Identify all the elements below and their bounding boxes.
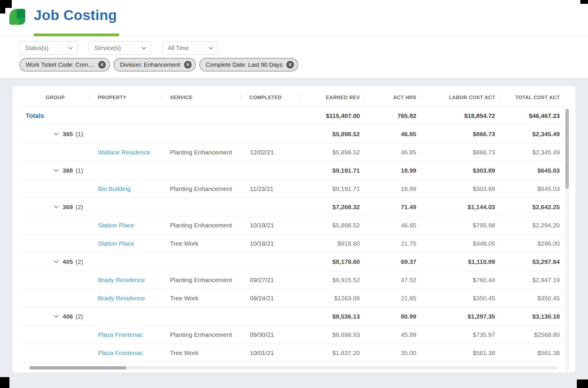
chevron-down-icon: [142, 45, 146, 49]
earned-rev-cell: $6,915.52: [301, 271, 364, 289]
empty-cell: [21, 143, 89, 161]
service-cell: Planting Enhancement: [161, 271, 240, 289]
act-hrs-cell: 18.99: [364, 180, 420, 198]
empty-cell: [240, 161, 301, 180]
total-cost-act-cell: $2,294.20: [499, 216, 564, 234]
filter-chip-division[interactable]: Division: Enhancement ✕: [113, 58, 196, 71]
labor-cost-act-cell: $866.73: [420, 143, 499, 161]
service-cell: Planting Enhancement: [161, 326, 240, 344]
vertical-scrollbar-thumb[interactable]: [565, 109, 569, 189]
chevron-down-icon: [54, 203, 59, 208]
property-link[interactable]: Plaza Frontenac: [98, 349, 143, 356]
service-cell: Tree Work: [161, 234, 240, 253]
service-cell: Planting Enhancement: [161, 180, 240, 198]
col-header-service[interactable]: SERVICE: [161, 87, 240, 107]
empty-cell: [89, 253, 161, 271]
horizontal-scrollbar-thumb[interactable]: [29, 366, 126, 369]
property-link[interactable]: Station Place: [98, 222, 134, 229]
total-cost-act-cell: $3,130.18: [499, 307, 564, 326]
service-cell: Planting Enhancement: [161, 143, 240, 161]
totals-earned-rev: $115,407.00: [301, 107, 364, 125]
empty-cell: [240, 107, 301, 125]
earned-rev-cell: $9,191.71: [301, 180, 364, 198]
chip-row: Work Ticket Code: Com.... ✕ Division: En…: [19, 58, 588, 71]
group-id: 406: [63, 313, 73, 320]
col-header-labor-cost-act[interactable]: LABOR COST ACT: [420, 87, 499, 107]
labor-cost-act-cell: $760.44: [420, 271, 499, 289]
filter-chip-label: Work Ticket Code: Com....: [26, 61, 94, 68]
total-cost-act-cell: $2,345.49: [499, 143, 564, 161]
filter-chip-label: Division: Enhancement: [120, 61, 180, 68]
group-row: 406(2)$8,536.1380.99$1,297.35$3,130.18: [21, 307, 564, 326]
app-header: Job Costing: [0, 0, 588, 37]
group-id: 365: [63, 131, 73, 138]
total-cost-act-cell: $645.03: [499, 161, 564, 180]
group-count: (1): [76, 167, 83, 174]
time-filter-dropdown[interactable]: All Time: [162, 41, 218, 55]
job-costing-table: GROUP PROPERTY SERVICE COMPLETED EARNED …: [21, 87, 564, 362]
group-toggle[interactable]: 368(1): [21, 167, 89, 174]
act-hrs-cell: 45.99: [364, 326, 420, 344]
chevron-down-icon: [54, 167, 59, 172]
group-row: 368(1)$9,191.7118.99$303.89$645.03: [21, 161, 564, 180]
col-header-act-hrs[interactable]: ACT HRS: [364, 87, 420, 107]
table-body: Totals $115,407.00 765.82 $18,854.72 $46…: [21, 107, 564, 362]
group-row: 405(2)$8,178.6069.37$1,110.89$3,297.64: [21, 253, 564, 271]
total-cost-act-cell: $645.03: [499, 180, 564, 198]
total-cost-act-cell: $2568.80: [499, 326, 564, 344]
property-link[interactable]: Station Place: [98, 240, 134, 247]
empty-cell: [21, 326, 89, 344]
earned-rev-cell: $7,268.32: [301, 198, 364, 216]
col-header-total-cost-act[interactable]: TOTAL COST ACT: [499, 87, 564, 107]
act-hrs-cell: 71.49: [364, 198, 420, 216]
vertical-scrollbar[interactable]: [565, 109, 569, 371]
group-toggle[interactable]: 405(2): [21, 258, 89, 265]
property-link[interactable]: Brady Residence: [98, 295, 145, 302]
act-hrs-cell: 69.37: [364, 253, 420, 271]
group-toggle[interactable]: 365(1): [21, 131, 89, 138]
property-link[interactable]: Bio Building: [98, 185, 131, 192]
table-row: Plaza FrontenacPlanting Enhancement09/30…: [21, 326, 564, 344]
remove-filter-icon[interactable]: ✕: [98, 61, 106, 69]
empty-cell: [21, 344, 89, 362]
property-link[interactable]: Plaza Frontenac: [98, 331, 143, 338]
earned-rev-cell: $9,191.71: [301, 161, 364, 180]
property-link[interactable]: Brady Residence: [98, 277, 145, 283]
filter-chip-work-ticket-code[interactable]: Work Ticket Code: Com.... ✕: [19, 58, 110, 71]
filter-bar: Status(s) Service(s) All Time Work Ticke…: [0, 37, 588, 78]
totals-label: Totals: [21, 107, 89, 125]
empty-cell: [240, 125, 301, 143]
table-row: Plaza FrontenacTree Work10/01/21$1,837.2…: [21, 344, 564, 362]
totals-row: Totals $115,407.00 765.82 $18,854.72 $46…: [21, 107, 564, 125]
service-filter-dropdown[interactable]: Service(s): [89, 41, 151, 55]
completed-cell: 09/30/21: [240, 326, 301, 344]
col-header-earned-rev[interactable]: EARNED REV: [301, 87, 364, 107]
status-filter-dropdown[interactable]: Status(s): [19, 41, 78, 55]
job-costing-card: GROUP PROPERTY SERVICE COMPLETED EARNED …: [13, 86, 575, 372]
act-hrs-cell: 46.85: [364, 125, 420, 143]
filter-chip-complete-date[interactable]: Complete Date: Last 90 Days ✕: [199, 58, 298, 71]
empty-cell: [89, 161, 161, 180]
chevron-down-icon: [54, 258, 59, 263]
group-count: (1): [76, 131, 83, 138]
col-header-group[interactable]: GROUP: [21, 87, 89, 107]
corner-mark: [577, 379, 588, 388]
earned-rev-cell: $1263.08: [301, 289, 364, 307]
earned-rev-cell: $8,178.60: [301, 253, 364, 271]
labor-cost-act-cell: $303.89: [420, 161, 499, 180]
col-header-property[interactable]: PROPERTY: [89, 87, 161, 107]
remove-filter-icon[interactable]: ✕: [286, 61, 294, 69]
chevron-down-icon: [54, 130, 59, 135]
remove-filter-icon[interactable]: ✕: [184, 61, 192, 69]
labor-cost-act-cell: $303.89: [420, 180, 499, 198]
group-row: 365(1)$5,898.5246.85$866.73$2,345.49: [21, 125, 564, 143]
earned-rev-cell: $918.60: [301, 234, 364, 253]
group-toggle[interactable]: 369(2): [21, 204, 89, 211]
horizontal-scrollbar[interactable]: [29, 366, 558, 369]
earned-rev-cell: $6,698.93: [301, 326, 364, 344]
col-header-completed[interactable]: COMPLETED: [240, 87, 301, 107]
completed-cell: 10/01/21: [240, 344, 301, 362]
property-link[interactable]: Wallace Residence: [98, 149, 151, 156]
group-toggle[interactable]: 406(2): [21, 313, 89, 320]
group-id: 368: [63, 167, 73, 174]
